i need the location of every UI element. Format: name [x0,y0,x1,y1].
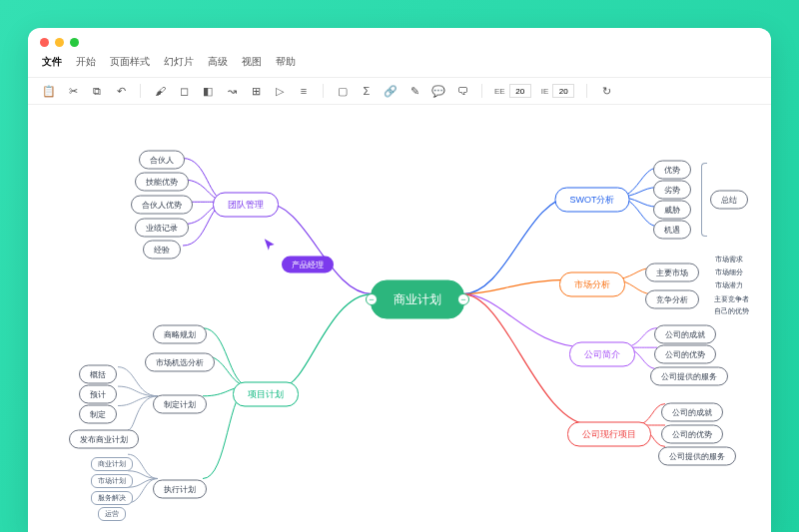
node-own-adv[interactable]: 自己的优势 [714,306,749,316]
topic-icon[interactable]: ◻ [177,84,191,98]
vspacing-control: IE [541,84,575,98]
branch-current-projects[interactable]: 公司现行项目 [567,422,651,447]
link-icon[interactable]: 🔗 [384,84,398,98]
formula-icon[interactable]: Σ [360,84,374,98]
node-competition[interactable]: 竞争分析 [645,290,699,309]
copy-icon[interactable]: ⧉ [90,84,104,98]
remote-cursor-label: 产品经理 [282,257,334,273]
marker-icon[interactable]: ▢ [336,84,350,98]
node-main-market[interactable]: 主要市场 [645,264,699,282]
menu-bar: 文件 开始 页面样式 幻灯片 高级 视图 帮助 [28,51,771,77]
branch-project-plan[interactable]: 项目计划 [233,382,299,407]
node-publish[interactable]: 发布商业计划 [69,430,139,449]
subtopic-icon[interactable]: ◧ [201,84,215,98]
format-painter-icon[interactable]: 🖌 [153,84,167,98]
cut-icon[interactable]: ✂ [66,84,80,98]
node-partner[interactable]: 合伙人 [139,151,185,170]
vspacing-label: IE [541,87,549,96]
node-service[interactable]: 服务解决 [91,491,133,505]
node-weakness[interactable]: 劣势 [653,181,691,200]
node-bizplan[interactable]: 商业计划 [91,457,133,471]
zoom-icon[interactable] [70,38,79,47]
collapse-right-icon[interactable]: − [457,293,469,305]
node-outline[interactable]: 概括 [79,365,117,384]
minimize-icon[interactable] [55,38,64,47]
branch-market[interactable]: 市场分析 [559,272,625,297]
undo-icon[interactable]: ↶ [114,84,128,98]
menu-file[interactable]: 文件 [42,55,62,69]
node-market-opp[interactable]: 市场机选分析 [145,353,215,372]
hspacing-control: EE [494,84,531,98]
menu-start[interactable]: 开始 [76,55,96,69]
node-cp-advantage[interactable]: 公司的优势 [661,425,723,444]
node-experience[interactable]: 经验 [143,241,181,260]
node-make-plan[interactable]: 制定计划 [153,395,207,414]
node-strength[interactable]: 优势 [653,161,691,180]
app-window: 文件 开始 页面样式 幻灯片 高级 视图 帮助 📋 ✂ ⧉ ↶ 🖌 ◻ ◧ ↝ … [28,28,771,532]
node-skill-adv[interactable]: 技能优势 [135,173,189,192]
node-cp-services[interactable]: 公司提供的服务 [658,447,736,466]
node-cp-achievement[interactable]: 公司的成就 [661,403,723,422]
node-swot-summary[interactable]: 总结 [710,191,748,210]
collapse-left-icon[interactable]: − [366,293,378,305]
callout-icon[interactable]: ≡ [297,84,311,98]
node-track-record[interactable]: 业绩记录 [135,219,189,238]
branch-company[interactable]: 公司简介 [569,342,635,367]
node-formulate[interactable]: 制定 [79,405,117,424]
refresh-icon[interactable]: ↻ [599,84,613,98]
central-topic[interactable]: 商业计划 [371,280,464,319]
node-competitors[interactable]: 主要竞争者 [714,294,749,304]
node-advantage[interactable]: 公司的优势 [654,345,716,364]
menu-slides[interactable]: 幻灯片 [164,55,194,69]
node-forecast[interactable]: 预计 [79,385,117,404]
hspacing-label: EE [494,87,505,96]
branch-swot[interactable]: SWOT分析 [555,188,630,213]
note-icon[interactable]: 💬 [431,84,445,98]
close-icon[interactable] [40,38,49,47]
mindmap-canvas[interactable]: 商业计划 − − 产品经理 团队管理 合伙人 技能优势 合伙人优势 业绩记录 经… [28,105,771,532]
toolbar: 📋 ✂ ⧉ ↶ 🖌 ◻ ◧ ↝ ⊞ ▷ ≡ ▢ Σ 🔗 ✎ 💬 🗨 EE IE … [28,77,771,105]
node-opportunity[interactable]: 机遇 [653,221,691,240]
node-mktplan[interactable]: 市场计划 [91,474,133,488]
node-mkt-potential[interactable]: 市场潜力 [715,280,743,290]
node-exec-plan[interactable]: 执行计划 [153,480,207,499]
clipboard-icon[interactable]: 📋 [42,84,56,98]
hspacing-input[interactable] [509,84,531,98]
menu-pagestyle[interactable]: 页面样式 [110,55,150,69]
menu-help[interactable]: 帮助 [276,55,296,69]
node-mkt-demand[interactable]: 市场需求 [715,255,743,265]
node-strategy[interactable]: 商略规划 [153,325,207,344]
node-operate[interactable]: 运营 [98,507,126,521]
summary-icon[interactable]: ▷ [273,84,287,98]
boundary-icon[interactable]: ⊞ [249,84,263,98]
branch-team[interactable]: 团队管理 [213,193,279,218]
node-mkt-segment[interactable]: 市场细分 [715,267,743,277]
attachment-icon[interactable]: ✎ [407,84,421,98]
window-controls [28,28,771,51]
vspacing-input[interactable] [552,84,574,98]
node-partner-adv[interactable]: 合伙人优势 [131,196,193,215]
menu-view[interactable]: 视图 [242,55,262,69]
node-services[interactable]: 公司提供的服务 [650,367,728,386]
menu-advanced[interactable]: 高级 [208,55,228,69]
remote-cursor-icon [263,238,277,256]
comment-icon[interactable]: 🗨 [455,84,469,98]
node-achievement[interactable]: 公司的成就 [654,325,716,344]
node-threat[interactable]: 威胁 [653,201,691,220]
swot-summary-bracket [701,163,707,237]
relation-icon[interactable]: ↝ [225,84,239,98]
